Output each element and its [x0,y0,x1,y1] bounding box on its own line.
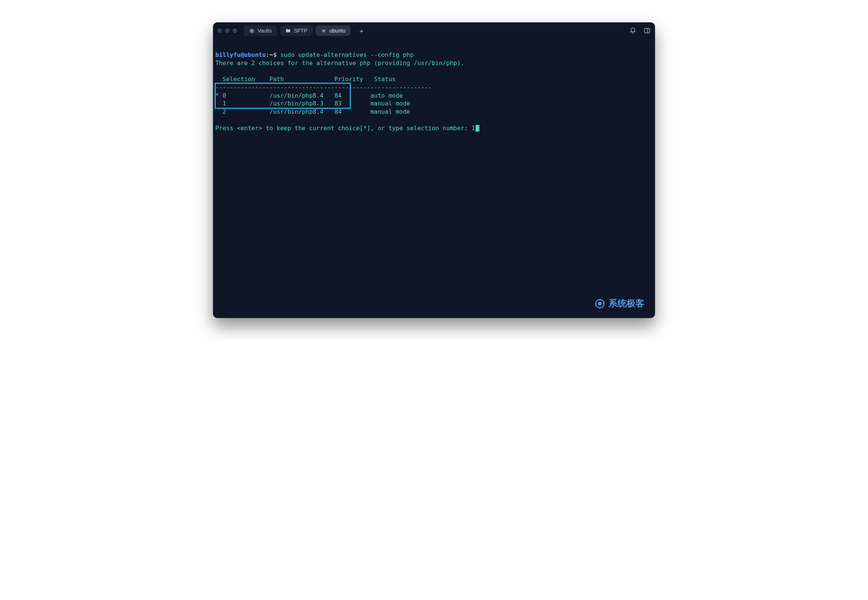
command-text: sudo update-alternatives --config php [280,51,413,58]
watermark-text: 系统极客 [608,297,645,310]
table-header: Selection Path Priority Status [215,76,396,83]
table-row: 2 /usr/bin/php8.4 84 manual mode [215,108,410,115]
table-row: * 0 /usr/bin/php8.4 84 auto mode [215,92,403,99]
watermark-icon [594,298,605,309]
table-row: 1 /usr/bin/php8.3 83 manual mode [215,100,410,107]
folder-icon [285,28,291,34]
titlebar-right [629,27,651,34]
tab-label: Vaults [258,28,272,34]
close-icon[interactable] [321,28,327,34]
new-tab-button[interactable]: + [356,25,367,36]
terminal-viewport[interactable]: billyfu@ubuntu:~$ sudo update-alternativ… [213,39,655,318]
table-divider: ----------------------------------------… [215,84,432,91]
tab-ubuntu[interactable]: ubuntu [316,26,351,36]
tab-vaults[interactable]: Vaults [244,26,277,36]
prompt-symbol: $ [273,51,277,58]
bell-icon[interactable] [629,27,636,34]
output-intro: There are 2 choices for the alternative … [215,59,464,67]
cursor [476,125,479,132]
minimize-dot[interactable] [225,29,230,33]
vaults-icon [249,28,255,34]
svg-rect-2 [645,29,650,33]
close-dot[interactable] [217,29,222,33]
typed-input: 1 [471,124,475,132]
svg-point-1 [251,30,253,32]
titlebar: Vaults SFTP ubuntu + [213,23,655,39]
tab-label: ubuntu [330,28,346,34]
zoom-dot[interactable] [233,29,237,33]
prompt-colon: : [266,51,270,58]
tab-sftp[interactable]: SFTP [280,26,313,36]
prompt-path: ~ [270,51,274,58]
selection-prompt: Press <enter> to keep the current choice… [215,124,471,132]
terminal-window: Vaults SFTP ubuntu + billyfu@ubunt [213,23,655,318]
sidebar-toggle-icon[interactable] [644,27,651,34]
watermark: 系统极客 [594,297,645,310]
prompt-userhost: billyfu@ubuntu [215,51,266,58]
prompt-line: billyfu@ubuntu:~$ sudo update-alternativ… [215,51,414,58]
svg-point-5 [598,302,601,305]
window-controls [217,29,237,33]
tab-label: SFTP [294,28,307,34]
plus-icon: + [359,27,363,35]
